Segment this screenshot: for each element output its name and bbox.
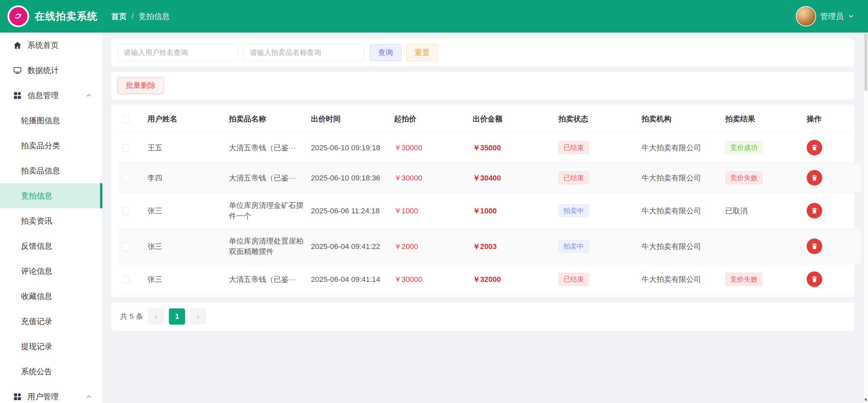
row-checkbox[interactable]: [122, 144, 130, 152]
result-badge: 竞价失败: [725, 171, 763, 184]
main-content: 查询 重置 批量删除 用户姓名 拍卖品名称 出价时间 起拍价 出价金额 拍卖状态: [102, 33, 863, 403]
cell-username: 张三: [144, 193, 225, 229]
cell-bid-time: 2025-06-04 09:41:22: [308, 229, 391, 264]
sidebar-item-feedback-info[interactable]: 反馈信息: [0, 233, 102, 258]
row-checkbox[interactable]: [122, 243, 130, 251]
scroll-down-arrow-icon[interactable]: ▼: [864, 397, 868, 402]
table-panel: 用户姓名 拍卖品名称 出价时间 起拍价 出价金额 拍卖状态 拍卖机构 拍卖结果 …: [111, 104, 854, 297]
cell-auction-org: 牛大拍卖有限公司: [638, 163, 722, 193]
result-badge: 竞价成功: [725, 141, 763, 154]
chevron-up-icon: [85, 393, 92, 400]
submenu-label: 系统公告: [21, 366, 52, 377]
sidebar-item-carousel-info[interactable]: 轮播图信息: [0, 108, 102, 133]
col-actions: 操作: [803, 106, 861, 133]
table-header-row: 用户姓名 拍卖品名称 出价时间 起拍价 出价金额 拍卖状态 拍卖机构 拍卖结果 …: [119, 106, 861, 133]
submenu-label: 评论信息: [21, 266, 52, 276]
sidebar-item-withdraw-records[interactable]: 提现记录: [0, 334, 102, 359]
avatar[interactable]: [796, 6, 816, 26]
page-1-button[interactable]: 1: [169, 308, 185, 325]
sidebar-item-info-management[interactable]: 信息管理: [0, 83, 102, 108]
cell-username: 张三: [144, 229, 225, 264]
pagination: 共 5 条 ‹ 1 ›: [111, 302, 854, 331]
batch-delete-button[interactable]: 批量删除: [117, 77, 164, 94]
item-name-search-input[interactable]: [243, 44, 364, 61]
cell-bid-amount: ￥2003: [469, 229, 555, 264]
col-start-price: 起拍价: [391, 106, 469, 133]
chevron-down-icon: [848, 13, 854, 20]
sidebar-item-favorite-info[interactable]: 收藏信息: [0, 284, 102, 309]
cell-item-name: 单位库房清理金矿石摆件一个: [225, 193, 308, 229]
query-button[interactable]: 查询: [370, 44, 401, 61]
delete-button[interactable]: [807, 271, 822, 287]
cell-bid-amount: ￥1000: [469, 193, 555, 229]
search-panel: 查询 重置: [111, 39, 854, 66]
submenu-label: 充值记录: [21, 316, 52, 327]
breadcrumb-current: 竞拍信息: [138, 11, 170, 22]
sidebar-item-auction-item-info[interactable]: 拍卖品信息: [0, 158, 102, 183]
submenu-label: 轮播图信息: [21, 115, 60, 126]
sidebar-item-auction-category[interactable]: 拍卖品分类: [0, 133, 102, 158]
breadcrumb-home[interactable]: 首页: [111, 11, 127, 22]
app-title: 在线拍卖系统: [35, 9, 98, 23]
cell-item-name: 单位库房清理处置崖柏双面精雕摆件: [225, 229, 308, 264]
cell-username: 张三: [144, 264, 225, 294]
cell-start-price: ￥1000: [391, 193, 469, 229]
submenu-label: 提现记录: [21, 341, 52, 352]
col-auction-result: 拍卖结果: [722, 106, 803, 133]
cell-auction-org: 牛大拍卖有限公司: [638, 193, 722, 229]
grid-icon: [13, 392, 22, 401]
cell-username: 王五: [144, 133, 225, 163]
cell-auction-org: 牛大拍卖有限公司: [638, 264, 722, 294]
cell-auction-org: 牛大拍卖有限公司: [638, 133, 722, 163]
delete-button[interactable]: [807, 140, 822, 155]
brand: 在线拍卖系统: [0, 5, 102, 27]
delete-button[interactable]: [807, 203, 822, 218]
sidebar-item-data-statistics[interactable]: 数据统计: [0, 58, 102, 83]
scrollbar-thumb[interactable]: [864, 33, 867, 91]
sidebar-item-auction-news[interactable]: 拍卖资讯: [0, 208, 102, 233]
row-checkbox[interactable]: [122, 174, 130, 182]
submenu-label: 收藏信息: [21, 291, 52, 302]
cell-bid-time: 2025-06-10 09:19:18: [308, 133, 391, 163]
row-checkbox[interactable]: [122, 276, 130, 284]
col-username: 用户姓名: [144, 106, 225, 133]
sidebar-item-user-management[interactable]: 用户管理: [0, 384, 102, 403]
sidebar-item-recharge-records[interactable]: 充值记录: [0, 309, 102, 334]
delete-button[interactable]: [807, 170, 822, 186]
sidebar-item-bidding-info[interactable]: 竞拍信息: [0, 183, 102, 208]
cell-bid-amount: ￥30400: [469, 163, 555, 193]
sidebar-item-label: 系统首页: [27, 40, 59, 51]
sidebar-item-system-announcement[interactable]: 系统公告: [0, 359, 102, 384]
select-all-checkbox[interactable]: [122, 116, 130, 123]
cell-bid-time: 2025-06-06 11:24:18: [308, 193, 391, 229]
sidebar-item-label: 用户管理: [27, 391, 59, 402]
cell-username: 李四: [144, 163, 225, 193]
page-scrollbar[interactable]: ▼: [863, 33, 868, 403]
next-page-button[interactable]: ›: [190, 308, 206, 325]
delete-button[interactable]: [807, 238, 822, 254]
row-checkbox[interactable]: [122, 207, 130, 215]
bidding-table: 用户姓名 拍卖品名称 出价时间 起拍价 出价金额 拍卖状态 拍卖机构 拍卖结果 …: [119, 106, 861, 294]
submenu-label: 拍卖品信息: [21, 166, 60, 176]
cell-start-price: ￥30000: [391, 264, 469, 294]
monitor-icon: [13, 66, 22, 75]
reset-button[interactable]: 重置: [406, 44, 438, 61]
status-badge: 拍卖中: [558, 240, 589, 253]
table-row: 张三 大清五帝钱（已鉴··· 2025-06-04 09:41:14 ￥3000…: [119, 264, 861, 294]
status-badge: 拍卖中: [558, 204, 589, 217]
prev-page-button[interactable]: ‹: [148, 308, 164, 325]
sidebar-item-system-home[interactable]: 系统首页: [0, 33, 102, 58]
toolbar-panel: 批量删除: [111, 72, 854, 99]
cell-bid-amount: ￥35000: [469, 133, 555, 163]
sidebar: 系统首页 数据统计 信息管理 轮播图信息 拍卖品分类 拍卖品信息 竞拍信息 拍卖…: [0, 33, 102, 403]
user-menu[interactable]: 管理员: [796, 6, 868, 26]
username-search-input[interactable]: [117, 44, 238, 61]
col-bid-time: 出价时间: [308, 106, 391, 133]
cell-item-name: 大清五帝钱（已鉴···: [225, 163, 308, 193]
table-row: 张三 单位库房清理处置崖柏双面精雕摆件 2025-06-04 09:41:22 …: [119, 229, 861, 264]
chevron-up-icon: [85, 92, 92, 99]
result-badge: 竞价失败: [725, 273, 763, 286]
sidebar-item-comment-info[interactable]: 评论信息: [0, 258, 102, 284]
submenu-label: 竞拍信息: [21, 191, 52, 201]
cell-bid-time: 2025-06-04 09:41:14: [308, 264, 391, 294]
